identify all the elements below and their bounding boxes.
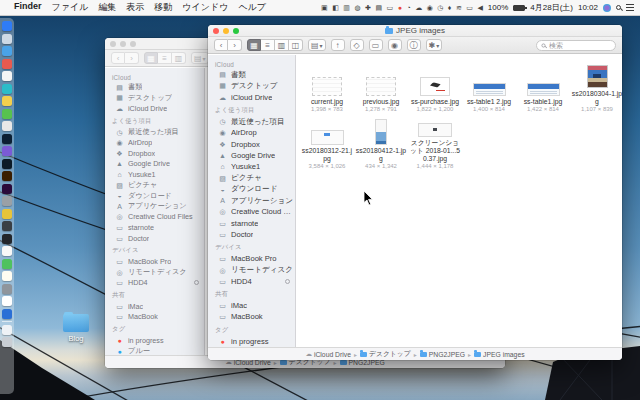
sidebar-item-Dropbox[interactable]: ❖Dropbox bbox=[105, 148, 204, 159]
sidebar-item-ピクチャ[interactable]: ▨ピクチャ bbox=[208, 172, 295, 183]
column-view-button[interactable]: ▥ bbox=[275, 39, 289, 51]
coverflow-view-button[interactable]: ◫ bbox=[289, 39, 303, 51]
search-field[interactable] bbox=[536, 40, 616, 51]
volume-icon[interactable]: ◀ bbox=[477, 4, 482, 11]
dock-icon-pages[interactable] bbox=[2, 246, 12, 256]
path-segment-iCloud Drive[interactable]: ☁iCloud Drive bbox=[305, 351, 351, 358]
file-ss20180304-1.jpg[interactable]: ss20180304-1.jpg1,107 × 839 bbox=[570, 60, 622, 112]
sidebar-item-iMac[interactable]: ▭iMac bbox=[105, 301, 204, 312]
column-view-button[interactable]: ▥ bbox=[172, 52, 186, 64]
wifi-icon[interactable]: ≋ bbox=[456, 4, 462, 11]
dock-icon-gray-sphere[interactable] bbox=[2, 284, 12, 294]
sidebar-item-in progress[interactable]: ●in progress bbox=[105, 335, 204, 346]
dock-icon-photoshop[interactable] bbox=[2, 134, 12, 144]
info-button[interactable]: ⓘ bbox=[407, 39, 421, 51]
sidebar-item-in progress[interactable]: ●in progress bbox=[208, 336, 295, 347]
sidebar-item-書類[interactable]: ▤書類 bbox=[208, 69, 295, 80]
dock-icon-earth[interactable] bbox=[2, 309, 12, 319]
zoom-button[interactable] bbox=[233, 28, 239, 34]
sidebar-item-starnote[interactable]: ▭starnote bbox=[105, 222, 204, 233]
menu-bar-clock[interactable]: 10:02 bbox=[578, 3, 598, 12]
sidebar-item-最近使った項目[interactable]: ◷最近使った項目 bbox=[208, 116, 295, 127]
screen-recording-icon[interactable]: ● bbox=[398, 4, 402, 11]
cloud-status-icon[interactable]: ☁ bbox=[415, 4, 422, 11]
sidebar-item-書類[interactable]: ▤書類 bbox=[105, 82, 204, 93]
dock-icon-chrome[interactable] bbox=[2, 121, 12, 131]
dock-icon-illustrator[interactable] bbox=[2, 171, 12, 181]
finder-window-jpeg-images[interactable]: JPEG images ‹ › ▦≡▥◫ ▤▾ ↑ ◇ ▭ ◉ ⓘ ✱▾ iCl… bbox=[208, 25, 622, 360]
close-button[interactable] bbox=[213, 28, 219, 34]
sidebar-item-AirDrop[interactable]: ◉AirDrop bbox=[105, 137, 204, 148]
gear-button[interactable]: ✱▾ bbox=[426, 39, 443, 51]
sidebar-item-Yusuke1[interactable]: ⌂Yusuke1 bbox=[208, 161, 295, 172]
sidebar-item-MacBook Pro[interactable]: ▭MacBook Pro bbox=[105, 256, 204, 267]
menu-item-編集[interactable]: 編集 bbox=[98, 1, 116, 14]
file-ss-purchase.jpg[interactable]: ss-purchase.jpg1,822 × 1,200 bbox=[408, 60, 462, 112]
mirroring-status-icon[interactable]: ▭ bbox=[466, 4, 473, 11]
sidebar-item-Creative Cloud Files[interactable]: ◎Creative Cloud Files bbox=[105, 212, 204, 223]
sidebar-item-AirDrop[interactable]: ◉AirDrop bbox=[208, 127, 295, 138]
sidebar-item-デスクトップ[interactable]: ▦デスクトップ bbox=[208, 80, 295, 91]
sidebar-item-リモートディスク[interactable]: ◎リモートディスク bbox=[208, 264, 295, 275]
sidebar-item-アプリケーション[interactable]: Aアプリケーション bbox=[208, 195, 295, 206]
back-arrange-button[interactable]: ▤▾ bbox=[191, 52, 209, 64]
app-status-1-icon[interactable]: ▣ bbox=[321, 4, 328, 11]
sidebar-item-HDD4[interactable]: ▭HDD4 bbox=[208, 276, 295, 287]
notification-center-icon[interactable] bbox=[626, 4, 634, 11]
battery-icon[interactable] bbox=[513, 5, 525, 11]
menu-item-ウインドウ[interactable]: ウインドウ bbox=[182, 1, 228, 14]
menu-item-ファイル[interactable]: ファイル bbox=[52, 1, 89, 14]
file-ss-table1 2.jpg[interactable]: ss-table1 2.jpg1,400 × 814 bbox=[462, 60, 516, 112]
menu-bar-date[interactable]: 4月28日(土) bbox=[530, 2, 573, 13]
menu-item-表示[interactable]: 表示 bbox=[126, 1, 144, 14]
dock-icon-trash[interactable] bbox=[2, 337, 12, 347]
sidebar-item-ダウンロード[interactable]: ◒ダウンロード bbox=[208, 184, 295, 195]
list-view-button[interactable]: ≡ bbox=[261, 39, 275, 51]
sidebar-item-リモートディスク[interactable]: ◎リモートディスク bbox=[105, 267, 204, 278]
file-ss20180312-21.jpg[interactable]: ss20180312-21.jpg3,584 × 1,026 bbox=[300, 117, 354, 169]
dock-icon-ulysses[interactable] bbox=[2, 146, 12, 156]
sidebar-item-ピクチャ[interactable]: ▨ピクチャ bbox=[105, 180, 204, 191]
eject-icon[interactable] bbox=[285, 279, 290, 284]
sidebar-item-MacBook Pro[interactable]: ▭MacBook Pro bbox=[208, 253, 295, 264]
sidebar-item-Creative Cloud Files[interactable]: ◎Creative Cloud Files bbox=[208, 206, 295, 217]
sidebar-item-HDD4[interactable]: ▭HDD4 bbox=[105, 278, 204, 289]
minimize-button[interactable] bbox=[120, 41, 126, 47]
camera-status-icon[interactable]: ◉ bbox=[427, 4, 433, 11]
folder-proxy-icon[interactable] bbox=[385, 28, 393, 34]
app-status-2-icon[interactable]: ◧ bbox=[332, 4, 339, 11]
siri-icon[interactable] bbox=[603, 4, 611, 12]
sidebar-item-Yusuke1[interactable]: ⌂Yusuke1 bbox=[105, 169, 204, 180]
dock-icon-premiere[interactable] bbox=[2, 184, 12, 194]
dock-icon-app-store[interactable] bbox=[2, 21, 12, 31]
sidebar-item-Google Drive[interactable]: ▲Google Drive bbox=[208, 150, 295, 161]
file-previous.jpg[interactable]: previous.jpg1,278 × 791 bbox=[354, 60, 408, 112]
arrange-button[interactable]: ▤▾ bbox=[308, 39, 326, 51]
tag-button[interactable]: ◇ bbox=[350, 39, 364, 51]
back-button[interactable]: ‹ bbox=[214, 39, 228, 51]
sidebar-item-starnote[interactable]: ▭starnote bbox=[208, 218, 295, 229]
path-segment-デスクトップ[interactable]: デスクトップ bbox=[360, 349, 411, 359]
sidebar-item-iCloud Drive[interactable]: ☁iCloud Drive bbox=[105, 103, 204, 114]
sidebar-item-Doctor[interactable]: ▭Doctor bbox=[105, 233, 204, 244]
sidebar-item-Dropbox[interactable]: ❖Dropbox bbox=[208, 138, 295, 149]
zoom-button[interactable] bbox=[130, 41, 136, 47]
dock-icon-things[interactable] bbox=[2, 84, 12, 94]
dock-icon-documents-stack[interactable] bbox=[2, 325, 12, 335]
menu-item-Finder[interactable]: Finder bbox=[14, 1, 42, 14]
forward-button[interactable]: › bbox=[125, 52, 139, 64]
sidebar-item-MacBook[interactable]: ▭MacBook bbox=[208, 311, 295, 322]
sidebar-item-Doctor[interactable]: ▭Doctor bbox=[208, 229, 295, 240]
dock-icon-notes[interactable] bbox=[2, 271, 12, 281]
app-status-4-icon[interactable]: ◍ bbox=[354, 4, 360, 11]
info-status-icon[interactable]: ◔ bbox=[406, 4, 410, 11]
file-ss-table1.jpg[interactable]: ss-table1.jpg1,422 × 814 bbox=[516, 60, 570, 112]
file-ss20180412-1.jpg[interactable]: ss20180412-1.jpg434 × 1,342 bbox=[354, 117, 408, 169]
dock-icon-lightroom[interactable] bbox=[2, 159, 12, 169]
front-window-content[interactable]: current.jpg1,398 × 783previous.jpg1,278 … bbox=[296, 55, 622, 347]
dock-icon-dark-app[interactable] bbox=[2, 234, 12, 244]
icon-view-button[interactable]: ▦ bbox=[144, 52, 158, 64]
dock-icon-mail[interactable] bbox=[2, 46, 12, 56]
menu-item-ヘルプ[interactable]: ヘルプ bbox=[238, 1, 266, 14]
search-input[interactable] bbox=[549, 42, 604, 49]
